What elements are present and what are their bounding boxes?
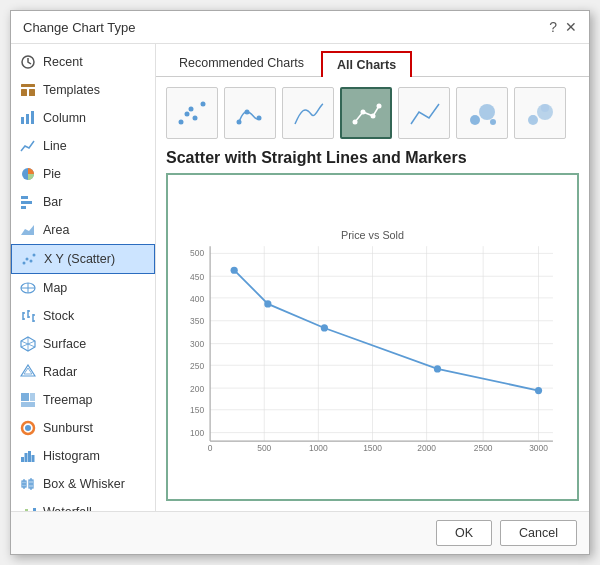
svg-point-12 (23, 262, 26, 265)
svg-rect-42 (32, 455, 35, 462)
sidebar-item-templates[interactable]: Templates (11, 76, 155, 104)
svg-point-60 (193, 116, 198, 121)
change-chart-type-dialog: Change Chart Type ? ✕ Recent Templates (10, 10, 590, 555)
sidebar-label-templates: Templates (43, 83, 100, 97)
sidebar-item-treemap[interactable]: Treemap (11, 386, 155, 414)
sidebar-label-stock: Stock (43, 309, 74, 323)
sidebar-item-surface[interactable]: Surface (11, 330, 155, 358)
svg-rect-10 (21, 206, 26, 209)
svg-text:Price vs Sold: Price vs Sold (341, 229, 404, 241)
sidebar-item-histogram[interactable]: Histogram (11, 442, 155, 470)
svg-text:150: 150 (190, 405, 204, 415)
svg-point-114 (434, 365, 441, 372)
svg-text:500: 500 (257, 443, 271, 453)
surface-icon (19, 335, 37, 353)
sidebar-label-map: Map (43, 281, 67, 295)
svg-text:2500: 2500 (474, 443, 493, 453)
bar-icon (19, 193, 37, 211)
column-icon (19, 109, 37, 127)
svg-point-74 (530, 115, 536, 121)
svg-point-59 (185, 112, 190, 117)
svg-rect-8 (21, 196, 28, 199)
scatter-icon (20, 250, 38, 268)
svg-text:350: 350 (190, 316, 204, 326)
svg-text:100: 100 (190, 428, 204, 438)
sidebar-item-xyscatter[interactable]: X Y (Scatter) (11, 244, 155, 274)
tab-recommended[interactable]: Recommended Charts (164, 50, 319, 76)
sunburst-icon (19, 419, 37, 437)
chart-type-scatter-smooth-lines[interactable] (282, 87, 334, 139)
svg-text:400: 400 (190, 294, 204, 304)
ok-button[interactable]: OK (436, 520, 492, 546)
svg-rect-9 (21, 201, 32, 204)
close-icon[interactable]: ✕ (565, 19, 577, 35)
svg-text:250: 250 (190, 361, 204, 371)
sidebar-item-radar[interactable]: Radar (11, 358, 155, 386)
sidebar-label-column: Column (43, 111, 86, 125)
sidebar-label-treemap: Treemap (43, 393, 93, 407)
sidebar-item-recent[interactable]: Recent (11, 48, 155, 76)
stock-icon (19, 307, 37, 325)
sidebar-item-bar[interactable]: Bar (11, 188, 155, 216)
sidebar-label-sunburst: Sunburst (43, 421, 93, 435)
svg-text:1000: 1000 (309, 443, 328, 453)
svg-rect-39 (21, 457, 24, 462)
svg-text:0: 0 (208, 443, 213, 453)
chart-icons-row (156, 77, 589, 145)
chart-type-scatter-smooth-lines-markers[interactable] (224, 87, 276, 139)
sidebar-item-sunburst[interactable]: Sunburst (11, 414, 155, 442)
cancel-button[interactable]: Cancel (500, 520, 577, 546)
title-bar-controls: ? ✕ (549, 19, 577, 35)
sidebar-item-column[interactable]: Column (11, 104, 155, 132)
svg-rect-2 (21, 89, 27, 96)
sidebar-item-area[interactable]: Area (11, 216, 155, 244)
sidebar-label-area: Area (43, 223, 69, 237)
chart-type-bubble[interactable] (456, 87, 508, 139)
sidebar-label-line: Line (43, 139, 67, 153)
svg-point-113 (321, 324, 328, 331)
dialog-content: Recent Templates Column Li (11, 44, 589, 511)
svg-rect-36 (21, 402, 35, 407)
area-icon (19, 221, 37, 239)
svg-point-13 (26, 258, 29, 261)
svg-point-115 (535, 387, 542, 394)
chart-type-scatter-straight-lines[interactable] (398, 87, 450, 139)
sidebar-label-radar: Radar (43, 365, 77, 379)
sidebar-label-recent: Recent (43, 55, 83, 69)
tabs-bar: Recommended Charts All Charts (156, 44, 589, 77)
svg-point-112 (264, 300, 271, 307)
svg-point-72 (490, 119, 496, 125)
sidebar-item-map[interactable]: Map (11, 274, 155, 302)
sidebar-item-waterfall[interactable]: Waterfall (11, 498, 155, 511)
chart-type-title: Scatter with Straight Lines and Markers (156, 145, 589, 173)
svg-text:1500: 1500 (363, 443, 382, 453)
sidebar-item-line[interactable]: Line (11, 132, 155, 160)
sidebar-label-surface: Surface (43, 337, 86, 351)
tab-all-charts[interactable]: All Charts (321, 51, 412, 77)
chart-type-scatter-straight-lines-markers[interactable] (340, 87, 392, 139)
dialog-footer: OK Cancel (11, 511, 589, 554)
svg-point-71 (479, 104, 495, 120)
pie-icon (19, 165, 37, 183)
treemap-icon (19, 391, 37, 409)
chart-type-bubble-3d[interactable] (514, 87, 566, 139)
svg-text:2000: 2000 (417, 443, 436, 453)
sidebar-label-xyscatter: X Y (Scatter) (44, 252, 115, 266)
svg-text:450: 450 (190, 272, 204, 282)
help-icon[interactable]: ? (549, 19, 557, 35)
waterfall-icon (19, 503, 37, 511)
svg-point-76 (541, 104, 549, 112)
svg-point-14 (30, 260, 33, 263)
chart-type-scatter[interactable] (166, 87, 218, 139)
sidebar-item-boxwhisker[interactable]: Box & Whisker (11, 470, 155, 498)
sidebar-label-boxwhisker: Box & Whisker (43, 477, 125, 491)
recent-icon (19, 53, 37, 71)
sidebar-item-stock[interactable]: Stock (11, 302, 155, 330)
sidebar-item-pie[interactable]: Pie (11, 160, 155, 188)
svg-rect-1 (21, 84, 35, 87)
sidebar-label-pie: Pie (43, 167, 61, 181)
svg-text:300: 300 (190, 339, 204, 349)
svg-text:3000: 3000 (529, 443, 548, 453)
svg-point-61 (201, 102, 206, 107)
dialog-title: Change Chart Type (23, 20, 136, 35)
